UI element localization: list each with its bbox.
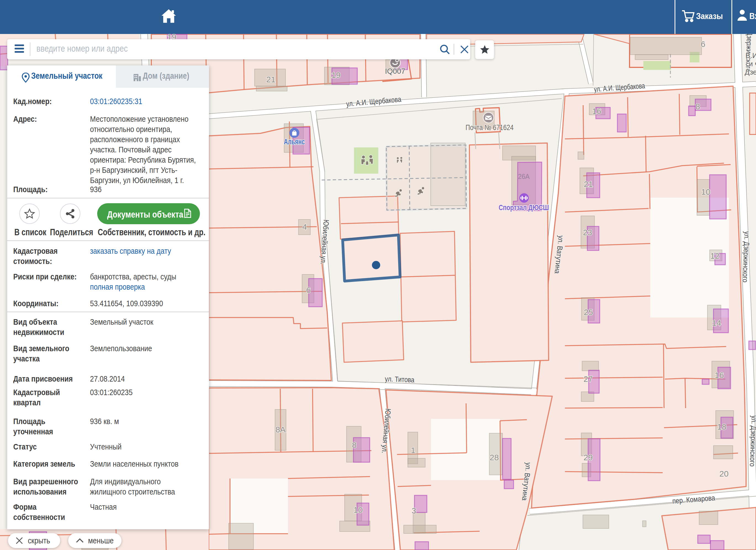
svg-text:Альянс: Альянс <box>284 137 305 146</box>
svg-text:8: 8 <box>352 440 357 449</box>
svg-text:10: 10 <box>701 187 710 196</box>
svg-text:1: 1 <box>411 446 416 455</box>
svg-text:6: 6 <box>701 39 705 49</box>
svg-text:6: 6 <box>306 285 311 295</box>
svg-text:28: 28 <box>490 453 499 462</box>
svg-text:29: 29 <box>583 453 593 462</box>
svg-text:В.И. Л: В.И. Л <box>746 51 756 60</box>
svg-text:27: 27 <box>583 374 593 384</box>
svg-text:ул. Титова: ул. Титова <box>385 375 415 384</box>
svg-text:23: 23 <box>583 228 592 237</box>
svg-text:18: 18 <box>717 422 726 431</box>
svg-text:8А: 8А <box>276 425 286 434</box>
svg-text:3: 3 <box>412 506 416 515</box>
svg-text:16: 16 <box>592 107 601 116</box>
svg-text:4: 4 <box>302 222 307 231</box>
svg-text:Спортзал ДЮСШ: Спортзал ДЮСШ <box>499 203 549 212</box>
svg-text:19: 19 <box>331 70 340 80</box>
svg-text:8: 8 <box>696 102 700 111</box>
svg-text:20: 20 <box>719 469 728 478</box>
svg-text:10: 10 <box>353 505 363 514</box>
svg-text:14: 14 <box>712 318 721 327</box>
svg-text:Дзерж: Дзерж <box>745 68 756 76</box>
svg-text:26А: 26А <box>518 172 530 181</box>
svg-text:21: 21 <box>584 179 593 189</box>
svg-text:21: 21 <box>266 75 275 84</box>
svg-text:25: 25 <box>584 308 593 317</box>
svg-text:Почта № 671624: Почта № 671624 <box>466 123 514 132</box>
svg-text:IQ007: IQ007 <box>385 67 405 75</box>
svg-text:и Ф: и Ф <box>749 60 756 68</box>
svg-text:16: 16 <box>715 371 724 380</box>
svg-text:12: 12 <box>710 251 719 260</box>
